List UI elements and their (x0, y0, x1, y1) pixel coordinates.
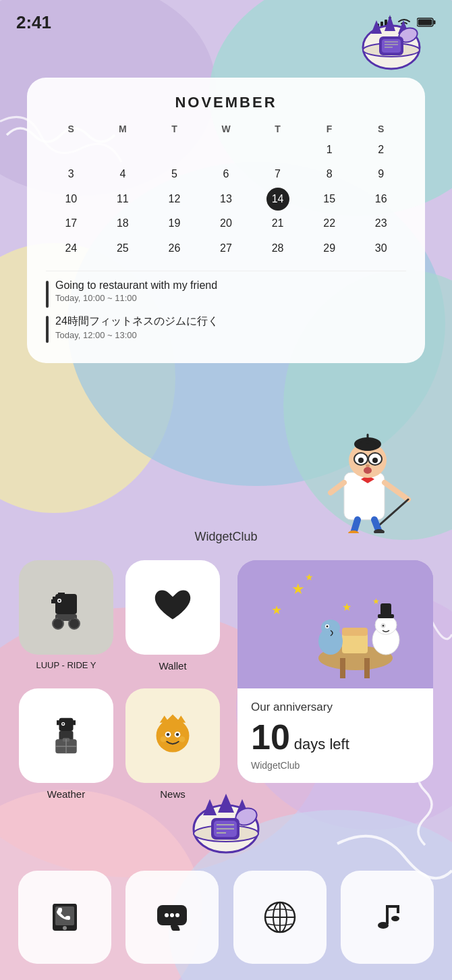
cal-day-6[interactable]: 6 (201, 163, 252, 186)
dock-messages-icon[interactable] (125, 871, 219, 964)
app-weather-wrap: Weather (19, 688, 113, 800)
svg-rect-113 (171, 925, 181, 931)
app-luup-label: LUUP - RIDE Y (36, 660, 96, 670)
svg-text:★: ★ (291, 580, 305, 597)
cal-day-empty (98, 138, 148, 161)
svg-marker-90 (167, 715, 179, 721)
dock-music-icon[interactable] (341, 871, 434, 964)
cal-day-20[interactable]: 20 (201, 212, 252, 235)
cal-day-28[interactable]: 28 (252, 237, 303, 260)
svg-rect-65 (342, 633, 368, 653)
svg-text:★: ★ (372, 597, 380, 606)
mascot-center-logo (179, 783, 273, 860)
cal-day-26[interactable]: 26 (149, 237, 200, 260)
calendar-event-1: Going to restaurant with my friend Today… (46, 279, 406, 308)
cartoon-character (324, 425, 412, 520)
cal-header-t1: T (149, 121, 200, 137)
svg-point-97 (161, 736, 167, 742)
cal-day-3[interactable]: 3 (46, 163, 96, 186)
cal-day-21[interactable]: 21 (252, 212, 303, 235)
svg-point-39 (366, 464, 370, 467)
svg-point-125 (391, 916, 399, 921)
svg-point-54 (59, 600, 61, 602)
cal-day-7[interactable]: 7 (252, 163, 303, 186)
event-time-1: Today, 10:00 ~ 11:00 (55, 293, 217, 303)
svg-point-83 (62, 723, 64, 725)
cal-day-8[interactable]: 8 (304, 163, 355, 186)
cal-day-5[interactable]: 5 (149, 163, 200, 186)
cal-day-16[interactable]: 16 (356, 188, 406, 211)
cal-day-4[interactable]: 4 (98, 163, 148, 186)
cal-day-23[interactable]: 23 (356, 212, 406, 235)
cal-header-s2: S (356, 121, 406, 137)
svg-point-76 (383, 625, 385, 627)
svg-marker-102 (218, 794, 234, 813)
svg-point-37 (358, 458, 364, 463)
cal-day-empty (46, 138, 96, 161)
cal-day-19[interactable]: 19 (149, 212, 200, 235)
app-weather-icon[interactable] (19, 688, 113, 783)
mascot-top-logo (351, 7, 432, 74)
svg-point-96 (176, 733, 179, 736)
cal-day-18[interactable]: 18 (98, 212, 148, 235)
svg-rect-25 (382, 39, 401, 53)
svg-text:★: ★ (305, 572, 314, 582)
status-time: 2:41 (16, 12, 51, 33)
cal-day-30[interactable]: 30 (356, 237, 406, 260)
cal-day-24[interactable]: 24 (46, 237, 96, 260)
cal-day-2[interactable]: 2 (356, 138, 406, 161)
svg-point-40 (364, 467, 372, 474)
svg-point-114 (165, 913, 169, 917)
svg-line-44 (331, 483, 344, 493)
app-weather-label: Weather (47, 788, 85, 800)
svg-marker-91 (160, 715, 169, 723)
calendar-month: NOVEMBER (46, 94, 406, 111)
anniv-illustration: ★ ★ ★ ★ (237, 560, 433, 688)
cal-day-11[interactable]: 11 (98, 188, 148, 211)
cal-day-12[interactable]: 12 (149, 188, 200, 211)
svg-rect-121 (386, 905, 389, 924)
cal-day-13[interactable]: 13 (201, 188, 252, 211)
event-title-2: 24時間フィットネスのジムに行く (55, 315, 219, 329)
cal-day-29[interactable]: 29 (304, 237, 355, 260)
svg-point-89 (157, 719, 190, 753)
cal-day-1[interactable]: 1 (304, 138, 355, 161)
svg-rect-63 (340, 658, 345, 678)
app-luup-wrap: LUUP - RIDE Y (19, 560, 113, 672)
svg-point-115 (170, 913, 174, 917)
cal-day-22[interactable]: 22 (304, 212, 355, 235)
event-text-1: Going to restaurant with my friend Today… (55, 279, 217, 303)
cal-header-m: M (98, 121, 148, 137)
dock (11, 871, 441, 964)
cal-day-27[interactable]: 27 (201, 237, 252, 260)
svg-point-111 (63, 926, 67, 930)
event-title-1: Going to restaurant with my friend (55, 279, 217, 292)
dock-safari-icon[interactable] (233, 871, 327, 964)
cal-day-9[interactable]: 9 (356, 163, 406, 186)
cal-day-15[interactable]: 15 (304, 188, 355, 211)
app-news-icon[interactable] (125, 688, 220, 783)
svg-point-116 (175, 913, 179, 917)
cal-day-17[interactable]: 17 (46, 212, 96, 235)
svg-point-98 (179, 736, 186, 742)
app-wallet-icon[interactable] (125, 560, 220, 655)
svg-rect-52 (58, 593, 65, 597)
cal-day-10[interactable]: 10 (46, 188, 96, 211)
cal-header-s: S (46, 121, 96, 137)
cal-day-25[interactable]: 25 (98, 237, 148, 260)
svg-point-56 (53, 618, 63, 629)
event-text-2: 24時間フィットネスのジムに行く Today, 12:00 ~ 13:00 (55, 315, 219, 340)
cal-header-w: W (201, 121, 252, 137)
app-wallet-wrap: Wallet (125, 560, 220, 672)
svg-marker-21 (385, 15, 395, 31)
svg-point-70 (327, 626, 329, 628)
cal-day-empty (149, 138, 200, 161)
dock-phone-icon[interactable] (18, 871, 111, 964)
cal-header-f: F (304, 121, 355, 137)
svg-point-95 (167, 733, 169, 736)
svg-point-124 (378, 922, 389, 929)
event-bar-1 (46, 281, 49, 308)
app-luup-icon[interactable] (19, 560, 113, 655)
svg-point-38 (372, 458, 378, 463)
cal-day-14-today[interactable]: 14 (266, 188, 289, 211)
